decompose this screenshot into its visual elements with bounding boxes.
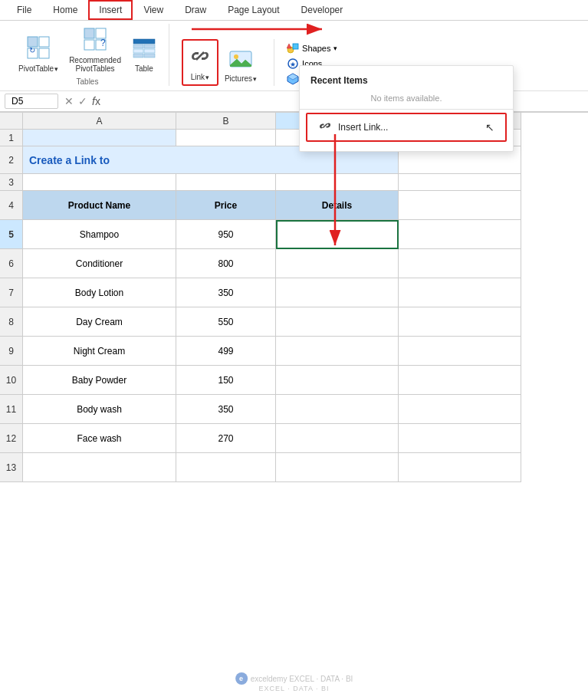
recommended-pivot-button[interactable]: ? Recommended PivotTables — [64, 24, 126, 76]
row-num-13[interactable]: 13 — [0, 453, 23, 482]
cell-d11[interactable] — [399, 395, 521, 424]
cell-b13[interactable] — [176, 453, 276, 482]
product-night-cream: Night Cream — [74, 346, 125, 357]
cell-d7[interactable] — [399, 278, 521, 307]
cell-c8[interactable] — [276, 307, 399, 337]
row-num-12[interactable]: 12 — [0, 424, 23, 453]
cell-b5[interactable]: 950 — [176, 220, 276, 249]
row-num-3[interactable]: 3 — [0, 174, 23, 191]
popup-title: Recent Items — [300, 72, 513, 90]
product-day-cream: Day Cream — [76, 317, 123, 327]
price-baby-powder: 150 — [218, 375, 233, 386]
svg-point-19 — [234, 54, 238, 59]
rec-pivot-svg: ? — [83, 27, 107, 51]
cell-a12[interactable]: Face wash — [23, 424, 176, 453]
cell-b10[interactable]: 150 — [176, 366, 276, 395]
corner-cell — [0, 113, 23, 130]
cell-c11[interactable] — [276, 395, 399, 424]
product-body-lotion: Body Lotion — [75, 288, 123, 298]
cell-c5-selected[interactable] — [276, 220, 399, 249]
tab-view[interactable]: View — [133, 0, 174, 20]
cell-a6[interactable]: Conditioner — [23, 249, 176, 278]
insert-link-item[interactable]: Insert Link... ↖ — [306, 113, 507, 142]
row-num-7[interactable]: 7 — [0, 278, 23, 307]
tab-insert[interactable]: Insert — [88, 0, 133, 20]
pivot-table-button[interactable]: ↻ PivotTable ▾ — [14, 32, 63, 76]
col-header-a[interactable]: A — [23, 113, 176, 130]
cell-a9[interactable]: Night Cream — [23, 337, 176, 366]
cell-a7[interactable]: Body Lotion — [23, 278, 176, 307]
popup-divider — [300, 109, 513, 110]
cell-a10[interactable]: Baby Powder — [23, 366, 176, 395]
watermark: e exceldemy EXCEL · DATA · BI EXCEL · DA… — [235, 672, 353, 692]
price-body-wash: 350 — [218, 404, 233, 415]
cell-c13[interactable] — [276, 453, 399, 482]
cell-d3[interactable] — [399, 174, 521, 191]
svg-rect-13 — [133, 49, 143, 53]
cell-a8[interactable]: Day Cream — [23, 307, 176, 337]
row-num-6[interactable]: 6 — [0, 249, 23, 278]
cancel-icon[interactable]: ✕ — [64, 95, 74, 107]
cell-a3[interactable] — [23, 174, 176, 191]
cell-c4[interactable]: Details — [276, 191, 399, 220]
cell-b12[interactable]: 270 — [176, 424, 276, 453]
svg-rect-3 — [39, 48, 49, 58]
tab-developer[interactable]: Developer — [291, 0, 354, 20]
cell-d13[interactable] — [399, 453, 521, 482]
row-num-10[interactable]: 10 — [0, 366, 23, 395]
cell-d6[interactable] — [399, 249, 521, 278]
cell-c10[interactable] — [276, 366, 399, 395]
cell-b7[interactable]: 350 — [176, 278, 276, 307]
row-num-9[interactable]: 9 — [0, 337, 23, 366]
cell-d8[interactable] — [399, 307, 521, 337]
cell-d5[interactable] — [399, 220, 521, 249]
cell-c9[interactable] — [276, 337, 399, 366]
cell-b11[interactable]: 350 — [176, 395, 276, 424]
cell-d4[interactable] — [399, 191, 521, 220]
cell-d12[interactable] — [399, 424, 521, 453]
cell-a13[interactable] — [23, 453, 176, 482]
pictures-button[interactable]: Pictures ▾ — [220, 45, 261, 86]
shapes-label: Shapes — [302, 44, 330, 53]
confirm-icon[interactable]: ✓ — [78, 95, 87, 107]
row-num-4[interactable]: 4 — [0, 191, 23, 220]
cell-b4[interactable]: Price — [176, 191, 276, 220]
svg-rect-21 — [293, 44, 298, 49]
tab-file[interactable]: File — [6, 0, 42, 20]
pictures-icon — [228, 48, 253, 73]
cell-b3[interactable] — [176, 174, 276, 191]
recent-items-popup: Recent Items No items available. Insert … — [299, 65, 514, 152]
cell-b9[interactable]: 499 — [176, 337, 276, 366]
popup-no-items-text: No items available. — [300, 90, 513, 106]
col-details: Details — [322, 200, 352, 211]
row-num-5[interactable]: 5 — [0, 220, 23, 249]
row-num-2[interactable]: 2 — [0, 146, 23, 174]
col-header-b[interactable]: B — [176, 113, 276, 130]
link-button[interactable]: Link ▾ — [182, 39, 218, 86]
row-num-1[interactable]: 1 — [0, 130, 23, 146]
tab-page-layout[interactable]: Page Layout — [217, 0, 290, 20]
row-num-8[interactable]: 8 — [0, 307, 23, 337]
cell-a5[interactable]: Shampoo — [23, 220, 176, 249]
cell-b6[interactable]: 800 — [176, 249, 276, 278]
cell-b8[interactable]: 550 — [176, 307, 276, 337]
cell-a1[interactable] — [23, 130, 176, 146]
tab-draw[interactable]: Draw — [174, 0, 217, 20]
cell-d10[interactable] — [399, 366, 521, 395]
shapes-button[interactable]: Shapes ▾ — [284, 41, 353, 55]
cell-c12[interactable] — [276, 424, 399, 453]
ribbon-group-links: Link ▾ Pictures — [169, 39, 274, 86]
cell-reference-box[interactable]: D5 — [5, 94, 58, 109]
cell-d9[interactable] — [399, 337, 521, 366]
insert-link-label[interactable]: Insert Link... — [338, 122, 388, 133]
cell-c6[interactable] — [276, 249, 399, 278]
cell-a11[interactable]: Body wash — [23, 395, 176, 424]
table-button[interactable]: Table — [127, 35, 161, 76]
cell-c7[interactable] — [276, 278, 399, 307]
cell-c3[interactable] — [276, 174, 399, 191]
table-row: Day Cream 550 — [23, 307, 588, 337]
cell-a4[interactable]: Product Name — [23, 191, 176, 220]
row-num-11[interactable]: 11 — [0, 395, 23, 424]
tab-home[interactable]: Home — [42, 0, 88, 20]
cell-b1[interactable] — [176, 130, 276, 146]
